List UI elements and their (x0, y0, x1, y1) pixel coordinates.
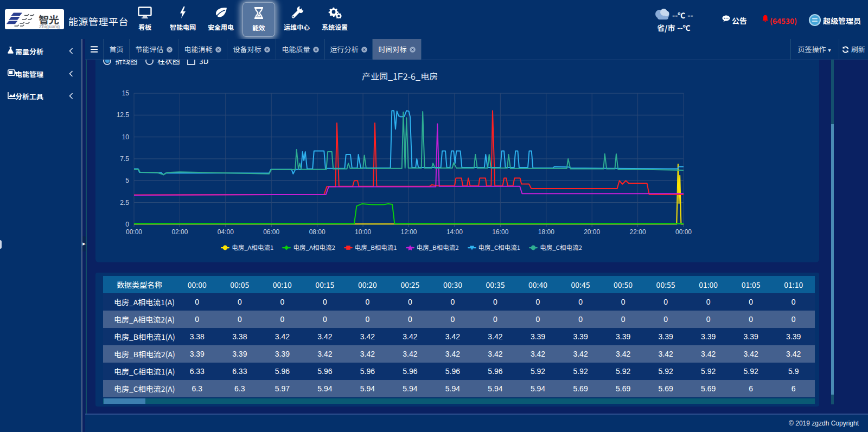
svg-text:18:00: 18:00 (538, 228, 554, 236)
svg-text:5: 5 (125, 177, 129, 184)
svg-text:7.5: 7.5 (120, 155, 129, 163)
svg-text:10: 10 (122, 133, 130, 141)
svg-text:12.5: 12.5 (117, 111, 130, 119)
svg-text:08:00: 08:00 (309, 228, 326, 236)
svg-text:06:00: 06:00 (263, 228, 279, 236)
svg-text:14:00: 14:00 (446, 228, 463, 236)
svg-text:00:00: 00:00 (126, 228, 142, 236)
svg-text:10:00: 10:00 (355, 228, 371, 236)
svg-text:Zhiguang: Zhiguang (39, 24, 60, 29)
svg-text:15: 15 (122, 89, 130, 97)
svg-text:02:00: 02:00 (171, 228, 188, 236)
svg-text:04:00: 04:00 (218, 228, 234, 236)
svg-text:12:00: 12:00 (400, 228, 417, 236)
svg-text:22:00: 22:00 (630, 228, 646, 236)
svg-text:0: 0 (125, 221, 129, 228)
svg-text:00:00: 00:00 (675, 228, 692, 236)
svg-text:2.5: 2.5 (120, 199, 129, 207)
svg-text:16:00: 16:00 (492, 228, 508, 236)
svg-text:20:00: 20:00 (584, 228, 600, 236)
